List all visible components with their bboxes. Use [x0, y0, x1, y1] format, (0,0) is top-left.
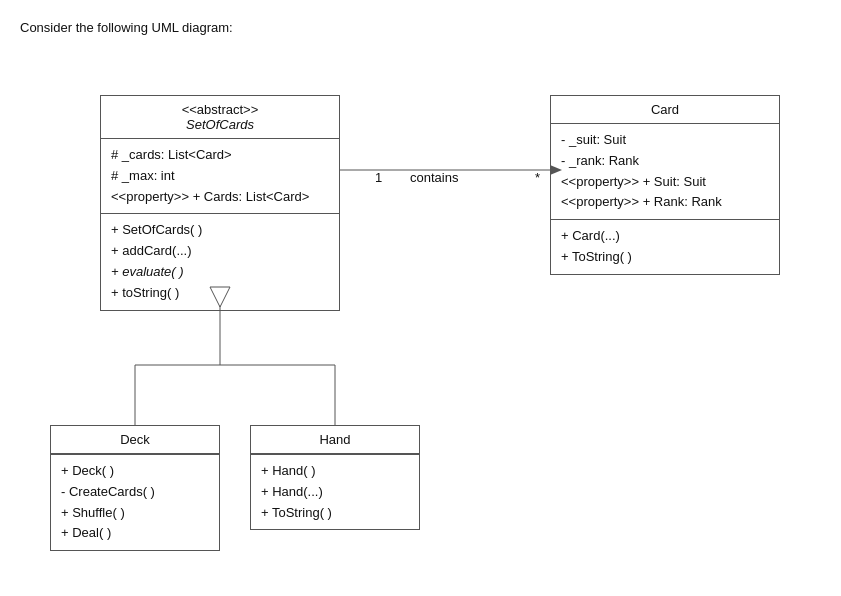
deck-method-3: + Deal( ) — [61, 523, 209, 544]
set-of-cards-methods: + SetOfCards( ) + addCard(...) + evaluat… — [101, 214, 339, 309]
set-of-cards-header: <<abstract>> SetOfCards — [101, 96, 339, 139]
multiplicity-1-label: 1 — [375, 170, 382, 185]
hand-method-0: + Hand( ) — [261, 461, 409, 482]
deck-name: Deck — [61, 432, 209, 447]
attr-0: # _cards: List<Card> — [111, 145, 329, 166]
card-class: Card - _suit: Suit - _rank: Rank <<prope… — [550, 95, 780, 275]
card-attr-0: - _suit: Suit — [561, 130, 769, 151]
card-name: Card — [561, 102, 769, 117]
multiplicity-star-label: * — [535, 170, 540, 185]
method-3: + toString( ) — [111, 283, 329, 304]
set-of-cards-class: <<abstract>> SetOfCards # _cards: List<C… — [100, 95, 340, 311]
deck-methods: + Deck( ) - CreateCards( ) + Shuffle( ) … — [51, 454, 219, 550]
card-methods: + Card(...) + ToString( ) — [551, 220, 779, 274]
attr-2: <<property>> + Cards: List<Card> — [111, 187, 329, 208]
set-of-cards-attrs: # _cards: List<Card> # _max: int <<prope… — [101, 139, 339, 214]
hand-method-1: + Hand(...) — [261, 482, 409, 503]
deck-class: Deck + Deck( ) - CreateCards( ) + Shuffl… — [50, 425, 220, 551]
card-header: Card — [551, 96, 779, 124]
card-attr-3: <<property>> + Rank: Rank — [561, 192, 769, 213]
card-attr-2: <<property>> + Suit: Suit — [561, 172, 769, 193]
contains-label: contains — [410, 170, 458, 185]
card-attr-1: - _rank: Rank — [561, 151, 769, 172]
card-method-0: + Card(...) — [561, 226, 769, 247]
deck-method-1: - CreateCards( ) — [61, 482, 209, 503]
deck-header: Deck — [51, 426, 219, 454]
hand-methods: + Hand( ) + Hand(...) + ToString( ) — [251, 454, 419, 529]
intro-text: Consider the following UML diagram: — [20, 20, 821, 35]
diagram-area: <<abstract>> SetOfCards # _cards: List<C… — [20, 55, 800, 585]
method-1: + addCard(...) — [111, 241, 329, 262]
set-of-cards-stereotype: <<abstract>> — [111, 102, 329, 117]
deck-method-0: + Deck( ) — [61, 461, 209, 482]
attr-1: # _max: int — [111, 166, 329, 187]
hand-method-2: + ToString( ) — [261, 503, 409, 524]
hand-name: Hand — [261, 432, 409, 447]
hand-class: Hand + Hand( ) + Hand(...) + ToString( ) — [250, 425, 420, 530]
deck-method-2: + Shuffle( ) — [61, 503, 209, 524]
method-0: + SetOfCards( ) — [111, 220, 329, 241]
card-method-1: + ToString( ) — [561, 247, 769, 268]
method-2: + evaluate( ) — [111, 262, 329, 283]
card-attrs: - _suit: Suit - _rank: Rank <<property>>… — [551, 124, 779, 220]
set-of-cards-name: SetOfCards — [111, 117, 329, 132]
hand-header: Hand — [251, 426, 419, 454]
